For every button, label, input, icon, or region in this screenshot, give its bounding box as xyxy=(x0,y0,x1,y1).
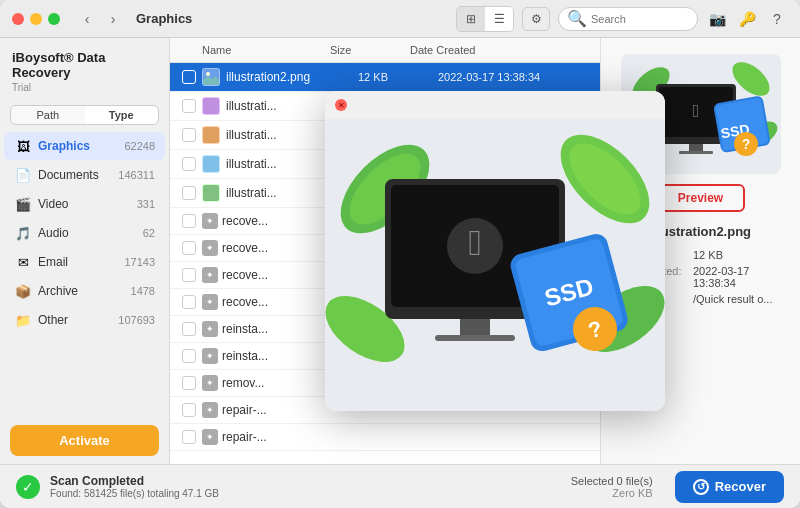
sidebar-count-other: 107693 xyxy=(118,314,155,326)
popup-illustration:  SSD ? xyxy=(325,119,665,411)
type-tab[interactable]: Type xyxy=(85,106,159,124)
sidebar-item-documents[interactable]: 📄 Documents 146311 xyxy=(4,161,165,189)
popup-titlebar: ✕ xyxy=(325,91,665,119)
camera-icon[interactable]: 📷 xyxy=(706,8,728,30)
status-bar: ✓ Scan Completed Found: 581425 file(s) t… xyxy=(0,464,800,508)
archive-icon: 📦 xyxy=(14,282,32,300)
maximize-button[interactable] xyxy=(48,13,60,25)
sidebar-header: iBoysoft® Data Recovery Trial xyxy=(0,38,169,99)
app-subtitle: Trial xyxy=(12,82,157,93)
scan-status-detail: Found: 581425 file(s) totaling 47.1 GB xyxy=(50,488,219,499)
sidebar-count-email: 17143 xyxy=(124,256,155,268)
sidebar: iBoysoft® Data Recovery Trial Path Type … xyxy=(0,38,170,464)
sidebar-count-archive: 1478 xyxy=(131,285,155,297)
sidebar-item-other[interactable]: 📁 Other 107693 xyxy=(4,306,165,334)
sidebar-count-documents: 146311 xyxy=(118,169,155,181)
nav-arrows: ‹ › xyxy=(76,8,124,30)
other-icon: 📁 xyxy=(14,311,32,329)
scan-complete-icon: ✓ xyxy=(16,475,40,499)
forward-button[interactable]: › xyxy=(102,8,124,30)
sidebar-item-audio[interactable]: 🎵 Audio 62 xyxy=(4,219,165,247)
sidebar-count-video: 331 xyxy=(137,198,155,210)
filter-button[interactable]: ⚙ xyxy=(522,7,550,31)
sidebar-count-graphics: 62248 xyxy=(124,140,155,152)
main-window: ‹ › Graphics ⊞ ☰ ⚙ 🔍 📷 🔑 ? iBoys xyxy=(0,0,800,508)
app-title: iBoysoft® Data Recovery xyxy=(12,50,157,80)
sidebar-item-archive[interactable]: 📦 Archive 1478 xyxy=(4,277,165,305)
close-button[interactable] xyxy=(12,13,24,25)
selected-size: Zero KB xyxy=(571,487,653,499)
sidebar-label-email: Email xyxy=(38,255,124,269)
recover-icon: ↺ xyxy=(693,479,709,495)
minimize-button[interactable] xyxy=(30,13,42,25)
popup-close-button[interactable]: ✕ xyxy=(335,99,347,111)
scan-status-title: Scan Completed xyxy=(50,474,219,488)
sidebar-label-graphics: Graphics xyxy=(38,139,124,153)
search-box: 🔍 xyxy=(558,7,698,31)
audio-icon: 🎵 xyxy=(14,224,32,242)
grid-view-button[interactable]: ⊞ xyxy=(457,7,485,31)
titlebar-icons: 📷 🔑 ? xyxy=(706,8,788,30)
popup-window: ✕ xyxy=(325,91,665,411)
sidebar-label-video: Video xyxy=(38,197,137,211)
svg-rect-36 xyxy=(460,319,490,337)
view-toggle: ⊞ ☰ xyxy=(456,6,514,32)
titlebar: ‹ › Graphics ⊞ ☰ ⚙ 🔍 📷 🔑 ? xyxy=(0,0,800,38)
window-title: Graphics xyxy=(136,11,192,26)
sidebar-item-graphics[interactable]: 🖼 Graphics 62248 xyxy=(4,132,165,160)
sidebar-label-audio: Audio xyxy=(38,226,143,240)
popup-content:  SSD ? xyxy=(325,119,665,411)
list-view-button[interactable]: ☰ xyxy=(485,7,513,31)
sidebar-tabs: Path Type xyxy=(10,105,159,125)
search-icon: 🔍 xyxy=(567,9,587,28)
titlebar-right: ⊞ ☰ ⚙ 🔍 📷 🔑 ? xyxy=(456,6,788,32)
recover-label: Recover xyxy=(715,479,766,494)
documents-icon: 📄 xyxy=(14,166,32,184)
sidebar-item-video[interactable]: 🎬 Video 331 xyxy=(4,190,165,218)
sidebar-label-other: Other xyxy=(38,313,118,327)
path-tab[interactable]: Path xyxy=(11,106,85,124)
traffic-lights xyxy=(12,13,60,25)
svg-rect-37 xyxy=(435,335,515,341)
graphics-icon: 🖼 xyxy=(14,137,32,155)
selected-info: Selected 0 file(s) Zero KB xyxy=(571,475,653,499)
help-icon[interactable]: ? xyxy=(766,8,788,30)
popup-overlay: ✕ xyxy=(190,38,800,464)
scan-status-text: Scan Completed Found: 581425 file(s) tot… xyxy=(50,474,219,499)
activate-button[interactable]: Activate xyxy=(10,425,159,456)
video-icon: 🎬 xyxy=(14,195,32,213)
svg-text::  xyxy=(468,222,481,263)
search-input[interactable] xyxy=(591,13,691,25)
recover-button[interactable]: ↺ Recover xyxy=(675,471,784,503)
sidebar-item-email[interactable]: ✉ Email 17143 xyxy=(4,248,165,276)
sidebar-label-documents: Documents xyxy=(38,168,118,182)
back-button[interactable]: ‹ xyxy=(76,8,98,30)
key-icon[interactable]: 🔑 xyxy=(736,8,758,30)
sidebar-count-audio: 62 xyxy=(143,227,155,239)
sidebar-items: 🖼 Graphics 62248 📄 Documents 146311 🎬 Vi… xyxy=(0,131,169,417)
selected-count: Selected 0 file(s) xyxy=(571,475,653,487)
email-icon: ✉ xyxy=(14,253,32,271)
sidebar-label-archive: Archive xyxy=(38,284,131,298)
